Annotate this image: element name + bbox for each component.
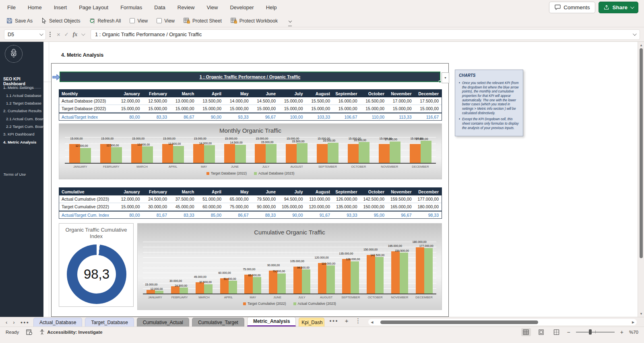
value-cell[interactable]: 17.500,00 <box>415 99 442 103</box>
value-cell[interactable]: 150.000,00 <box>360 204 388 209</box>
value-cell[interactable]: 106,67 <box>333 115 360 119</box>
horizontal-scroll-thumb[interactable] <box>380 320 538 324</box>
row-label[interactable]: Target Database (2022) <box>59 106 116 111</box>
value-cell[interactable]: 83,33 <box>143 115 170 119</box>
sheet-menu-icon[interactable]: ⋮ <box>355 317 361 325</box>
sheet-tab-kpi_dash[interactable]: Kpi_Dash <box>299 318 324 327</box>
month-header[interactable]: April <box>197 91 225 96</box>
sidebar-item-1-metric-settings[interactable]: 1. Metric Settings <box>0 84 43 91</box>
value-cell[interactable]: 15.000,00 <box>224 106 252 111</box>
sidebar-item-4-metric-analysis[interactable]: 4. Metric Analysis <box>0 138 43 146</box>
normal-view-button[interactable] <box>521 328 531 336</box>
menu-page-layout[interactable]: Page Layout <box>79 4 108 10</box>
page-layout-view-button[interactable] <box>537 328 546 336</box>
value-cell[interactable]: 126.000,00 <box>333 197 360 201</box>
sheet-tab-metric_analysis[interactable]: Metric_Analysis <box>247 317 296 327</box>
zoom-slider-thumb[interactable] <box>589 329 592 335</box>
value-cell[interactable]: 15.000,00 <box>360 106 388 111</box>
value-cell[interactable]: 24.500,00 <box>143 197 170 201</box>
value-cell[interactable]: 90.000,00 <box>252 204 279 209</box>
vertical-scrollbar[interactable]: ▲ ▼ <box>638 42 644 317</box>
month-header[interactable]: August <box>306 189 333 194</box>
row-label[interactable]: Actual/Target Cum. Index <box>59 213 116 218</box>
insert-function-icon[interactable]: fx <box>73 31 78 38</box>
value-cell[interactable]: 15.000,00 <box>116 204 143 209</box>
zoom-slider[interactable] <box>576 332 615 333</box>
value-cell[interactable]: 80,00 <box>116 115 143 119</box>
sheet-tab-cumulative_actual[interactable]: Cumulative_Actual <box>137 318 189 327</box>
protect-sheet-button[interactable]: Protect Sheet <box>184 18 222 24</box>
month-header[interactable]: April <box>197 189 225 194</box>
value-cell[interactable]: 165.000,00 <box>387 204 415 209</box>
select-objects-button[interactable]: Select Objects <box>41 18 80 24</box>
sheet-tab-actual_database[interactable]: Actual_Database <box>33 318 82 327</box>
month-header[interactable]: May <box>224 189 252 194</box>
value-cell[interactable]: 15.000,00 <box>116 106 143 111</box>
value-cell[interactable]: 93,33 <box>224 115 252 119</box>
value-cell[interactable]: 105.000,00 <box>279 204 306 209</box>
table-header-first[interactable]: Monthly <box>59 91 116 96</box>
formula-input[interactable]: 1 : Organic Traffic Performance / Organi… <box>91 29 640 40</box>
month-header[interactable]: October <box>360 91 388 96</box>
sidebar-item-1-1-actual-database[interactable]: 1.1 Actual Database <box>0 91 43 99</box>
month-header[interactable]: August <box>306 91 333 96</box>
sidebar-item-3-kpi-dashboard[interactable]: 3. KPI Dashboard <box>0 130 43 138</box>
fx-chevron-icon[interactable] <box>81 32 85 36</box>
value-cell[interactable]: 142.500,00 <box>360 197 388 201</box>
month-header[interactable]: September <box>333 91 360 96</box>
value-cell[interactable]: 13.500,00 <box>197 99 225 103</box>
value-cell[interactable]: 16.000,00 <box>333 99 360 103</box>
month-header[interactable]: November <box>387 189 415 194</box>
value-cell[interactable]: 14.000,00 <box>224 99 252 103</box>
month-header[interactable]: January <box>116 91 143 96</box>
formula-bar-expand-icon[interactable] <box>633 32 637 36</box>
zoom-percentage[interactable]: %70 <box>629 330 638 335</box>
vertical-scroll-thumb[interactable] <box>640 48 643 258</box>
menu-view[interactable]: View <box>206 4 218 10</box>
month-header[interactable]: July <box>279 189 306 194</box>
value-cell[interactable]: 103,33 <box>306 115 333 119</box>
cell-fill-handle[interactable] <box>439 80 441 83</box>
value-cell[interactable]: 15.000,00 <box>197 106 225 111</box>
value-cell[interactable]: 159.500,00 <box>387 197 415 201</box>
menu-insert[interactable]: Insert <box>54 4 67 10</box>
value-cell[interactable]: 12.000,00 <box>116 197 143 201</box>
sheet-tab-target_database[interactable]: Target_Database <box>85 318 134 327</box>
value-cell[interactable]: 79.500,00 <box>252 197 279 201</box>
value-cell[interactable]: 110.000,00 <box>306 197 333 201</box>
value-cell[interactable]: 90,00 <box>279 213 306 218</box>
value-cell[interactable]: 17.000,00 <box>387 99 415 103</box>
sidebar-item-2-cumulative-results[interactable]: 2. Cumulative Results <box>0 107 43 115</box>
value-cell[interactable]: 15.000,00 <box>279 99 306 103</box>
value-cell[interactable]: 14.500,00 <box>252 99 279 103</box>
name-box[interactable]: D5 <box>4 29 46 40</box>
value-cell[interactable]: 96,67 <box>387 213 415 218</box>
value-cell[interactable]: 113,33 <box>387 115 415 119</box>
monthly-chart[interactable]: Monthly Organic Traffic15.000,0012.000,0… <box>59 123 442 179</box>
row-label[interactable]: Actual Cumulative (2023) <box>59 197 116 201</box>
value-cell[interactable]: 65.000,00 <box>224 197 252 201</box>
cumulative-chart[interactable]: Cumulative Organic Traffic15.000,0012.00… <box>137 223 442 310</box>
value-cell[interactable]: 80,00 <box>116 213 143 218</box>
month-header[interactable]: June <box>252 91 279 96</box>
month-header[interactable]: February <box>143 189 170 194</box>
month-header[interactable]: February <box>143 91 170 96</box>
prev-sheet-icon[interactable]: ‹ <box>6 320 7 325</box>
value-cell[interactable]: 86,67 <box>224 213 252 218</box>
scroll-right-icon[interactable]: ▶ <box>630 320 637 324</box>
enter-icon[interactable]: ✓ <box>64 31 69 37</box>
value-cell[interactable]: 180.000,00 <box>415 204 442 209</box>
value-cell[interactable]: 15.000,00 <box>279 106 306 111</box>
menu-file[interactable]: File <box>7 4 16 10</box>
kpi-dropdown-arrow[interactable]: ▼ <box>442 72 449 83</box>
row-label[interactable]: Actual/Target Index <box>59 115 116 119</box>
value-cell[interactable]: 94.500,00 <box>279 197 306 201</box>
value-cell[interactable]: 86,67 <box>170 115 197 119</box>
save-as-button[interactable]: Save As <box>6 18 33 24</box>
value-cell[interactable]: 12.500,00 <box>143 99 170 103</box>
value-cell[interactable]: 91,67 <box>306 213 333 218</box>
value-cell[interactable]: 90,00 <box>197 115 225 119</box>
value-cell[interactable]: 100,00 <box>279 115 306 119</box>
accessibility-status[interactable]: Accessibility: Investigate <box>39 329 102 335</box>
value-cell[interactable]: 30.000,00 <box>143 204 170 209</box>
